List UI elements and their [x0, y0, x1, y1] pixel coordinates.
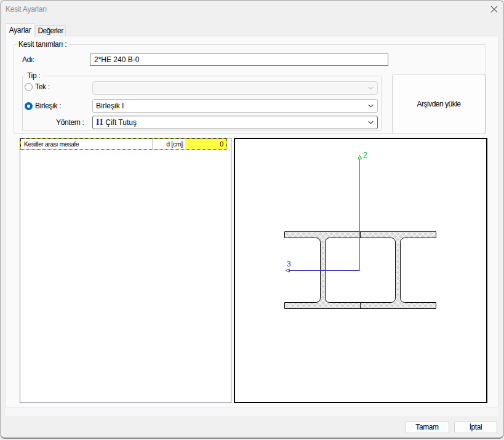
svg-text:3: 3: [287, 259, 291, 268]
svg-text:2: 2: [363, 150, 367, 159]
